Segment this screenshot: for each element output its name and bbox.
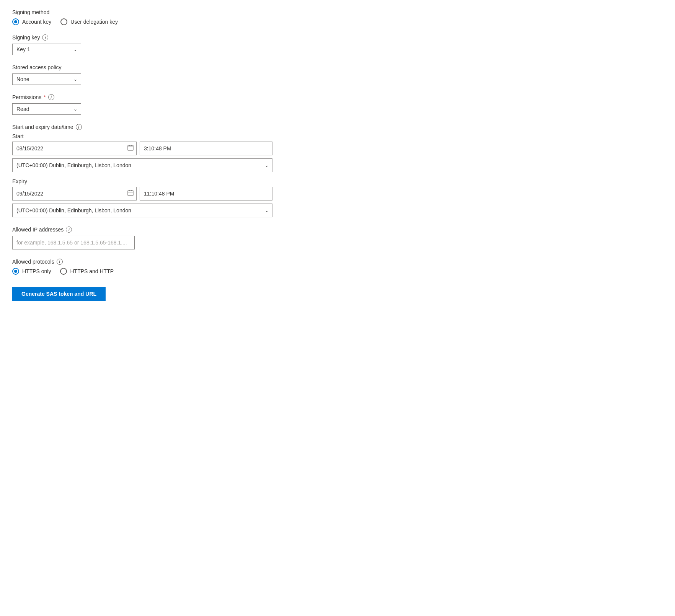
permissions-select[interactable]: Read Add Create Write Delete List (12, 103, 81, 115)
allowed-protocols-label: Allowed protocols i (12, 259, 272, 265)
signing-key-info-icon[interactable]: i (42, 34, 48, 41)
user-delegation-key-option[interactable]: User delegation key (60, 18, 118, 25)
stored-access-policy-text: Stored access policy (12, 64, 61, 70)
signing-key-text: Signing key (12, 34, 40, 41)
https-only-radio[interactable] (12, 268, 19, 275)
https-http-label: HTTPS and HTTP (70, 268, 114, 274)
https-http-option[interactable]: HTTPS and HTTP (60, 268, 114, 275)
expiry-label-text: Expiry (12, 178, 27, 184)
permissions-select-wrapper: Read Add Create Write Delete List ⌄ (12, 103, 81, 115)
expiry-timezone-select[interactable]: (UTC+00:00) Dublin, Edinburgh, Lisbon, L… (12, 204, 272, 217)
allowed-ip-input[interactable] (12, 236, 135, 249)
stored-access-policy-select-wrapper: None ⌄ (12, 73, 81, 85)
allowed-ip-label: Allowed IP addresses i (12, 227, 272, 233)
start-label: Start (12, 133, 272, 139)
user-delegation-key-label: User delegation key (70, 19, 118, 25)
signing-key-label: Signing key i (12, 34, 272, 41)
permissions-label: Permissions * i (12, 94, 272, 100)
allowed-ip-text: Allowed IP addresses (12, 227, 64, 233)
https-only-label: HTTPS only (22, 268, 51, 274)
signing-key-select[interactable]: Key 1 Key 2 (12, 44, 81, 55)
allowed-ip-info-icon[interactable]: i (66, 227, 72, 233)
user-delegation-key-radio[interactable] (60, 18, 67, 25)
allowed-protocols-info-icon[interactable]: i (57, 259, 63, 265)
start-timezone-select[interactable]: (UTC+00:00) Dublin, Edinburgh, Lisbon, L… (12, 158, 272, 172)
start-date-input[interactable] (12, 142, 137, 155)
account-key-radio[interactable] (12, 18, 19, 25)
generate-sas-button[interactable]: Generate SAS token and URL (12, 287, 106, 301)
generate-sas-button-label: Generate SAS token and URL (21, 291, 96, 297)
https-only-option[interactable]: HTTPS only (12, 268, 51, 275)
permissions-required-star: * (44, 94, 46, 100)
permissions-text: Permissions (12, 94, 41, 100)
signing-key-select-wrapper: Key 1 Key 2 ⌄ (12, 44, 81, 55)
permissions-section: Permissions * i Read Add Create Write De… (12, 94, 272, 115)
date-time-info-icon[interactable]: i (76, 124, 82, 130)
permissions-info-icon[interactable]: i (48, 94, 54, 100)
stored-access-policy-select[interactable]: None (12, 73, 81, 85)
allowed-protocols-section: Allowed protocols i HTTPS only HTTPS and… (12, 259, 272, 275)
start-datetime-row (12, 142, 272, 155)
start-timezone-wrapper: (UTC+00:00) Dublin, Edinburgh, Lisbon, L… (12, 158, 272, 172)
account-key-label: Account key (22, 19, 51, 25)
date-time-text: Start and expiry date/time (12, 124, 73, 130)
start-time-input[interactable] (140, 142, 272, 155)
expiry-date-input[interactable] (12, 187, 137, 200)
stored-access-policy-section: Stored access policy None ⌄ (12, 64, 272, 85)
https-http-radio[interactable] (60, 268, 67, 275)
signing-method-text: Signing method (12, 9, 49, 15)
expiry-datetime-row (12, 187, 272, 200)
date-time-section: Start and expiry date/time i Start (12, 124, 272, 217)
signing-method-radio-group: Account key User delegation key (12, 18, 272, 25)
expiry-date-wrapper (12, 187, 137, 200)
allowed-protocols-radio-group: HTTPS only HTTPS and HTTP (12, 268, 272, 275)
signing-method-label: Signing method (12, 9, 272, 15)
expiry-label: Expiry (12, 178, 272, 184)
allowed-ip-section: Allowed IP addresses i (12, 227, 272, 249)
expiry-timezone-wrapper: (UTC+00:00) Dublin, Edinburgh, Lisbon, L… (12, 204, 272, 217)
signing-method-section: Signing method Account key User delegati… (12, 9, 272, 25)
date-time-label: Start and expiry date/time i (12, 124, 272, 130)
allowed-protocols-text: Allowed protocols (12, 259, 54, 265)
start-label-text: Start (12, 133, 24, 139)
account-key-option[interactable]: Account key (12, 18, 51, 25)
stored-access-policy-label: Stored access policy (12, 64, 272, 70)
start-date-wrapper (12, 142, 137, 155)
expiry-time-input[interactable] (140, 187, 272, 200)
signing-key-section: Signing key i Key 1 Key 2 ⌄ (12, 34, 272, 55)
